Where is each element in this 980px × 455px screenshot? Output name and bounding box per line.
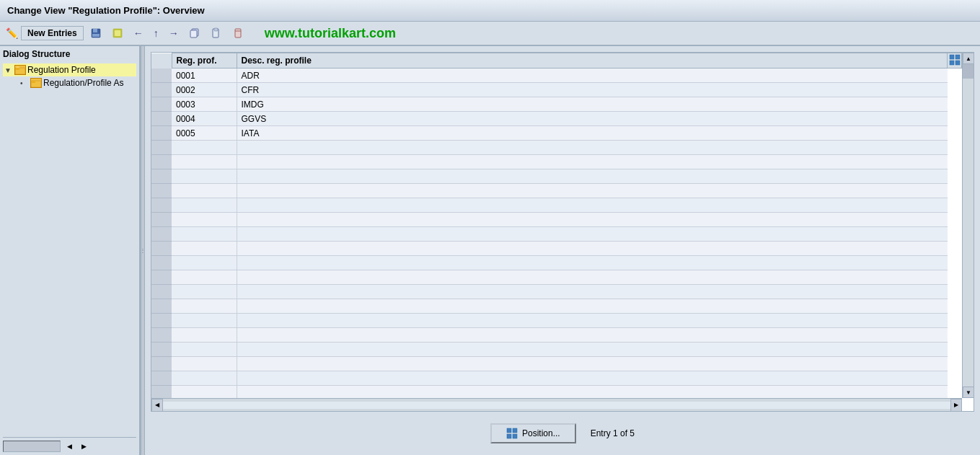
cell-desc[interactable] (237, 184, 948, 198)
table-row[interactable] (151, 242, 962, 256)
table-row[interactable] (151, 357, 962, 371)
row-selector[interactable] (151, 256, 172, 270)
cell-reg-prof[interactable] (172, 314, 237, 328)
cell-reg-prof[interactable] (172, 227, 237, 242)
table-row[interactable] (151, 299, 962, 314)
row-selector[interactable] (151, 386, 172, 399)
sidebar-item-regulation-profile-as[interactable]: • Regulation/Profile As (3, 76, 136, 89)
row-selector[interactable] (151, 213, 172, 227)
cell-desc[interactable] (237, 314, 948, 328)
table-row[interactable]: 0003IMDG (151, 97, 962, 112)
cell-reg-prof[interactable]: 0004 (172, 112, 237, 126)
table-row[interactable] (151, 184, 962, 198)
scroll-down-btn[interactable]: ▼ (963, 386, 974, 398)
scroll-thumb[interactable] (963, 64, 974, 79)
row-selector[interactable] (151, 69, 172, 83)
forward-button[interactable]: → (165, 25, 182, 41)
row-selector[interactable] (151, 97, 172, 112)
sidebar-left-btn[interactable]: ◀ (63, 441, 75, 452)
cell-reg-prof[interactable] (172, 169, 237, 184)
table-row[interactable] (151, 169, 962, 184)
cell-desc[interactable] (237, 285, 948, 299)
table-row[interactable] (151, 314, 962, 328)
delete-button[interactable] (229, 25, 247, 41)
row-selector[interactable] (151, 343, 172, 357)
cell-desc[interactable]: CFR (237, 83, 948, 97)
cell-reg-prof[interactable] (172, 242, 237, 256)
row-selector[interactable] (151, 141, 172, 155)
row-selector[interactable] (151, 126, 172, 141)
row-selector[interactable] (151, 371, 172, 386)
horizontal-scrollbar[interactable]: ◀ ▶ (151, 398, 962, 411)
col-header-reg-prof[interactable]: Reg. prof. (172, 53, 237, 69)
table-row[interactable] (151, 198, 962, 213)
hscroll-right-btn[interactable]: ▶ (950, 399, 962, 412)
cell-reg-prof[interactable] (172, 198, 237, 213)
row-selector[interactable] (151, 285, 172, 299)
cell-desc[interactable]: IMDG (237, 97, 948, 112)
table-row[interactable] (151, 285, 962, 299)
table-row[interactable] (151, 213, 962, 227)
cell-desc[interactable] (237, 343, 948, 357)
cell-desc[interactable] (237, 256, 948, 270)
cell-desc[interactable] (237, 169, 948, 184)
table-row[interactable]: 0002CFR (151, 83, 962, 97)
shortcut-button[interactable] (108, 25, 127, 41)
cell-reg-prof[interactable]: 0003 (172, 97, 237, 112)
row-selector[interactable] (151, 357, 172, 371)
table-row[interactable] (151, 227, 962, 242)
cell-reg-prof[interactable] (172, 213, 237, 227)
cell-desc[interactable] (237, 328, 948, 343)
table-row[interactable]: 0001ADR (151, 69, 962, 83)
hscroll-left-btn[interactable]: ◀ (151, 399, 163, 412)
table-row[interactable]: 0005IATA (151, 126, 962, 141)
row-selector[interactable] (151, 242, 172, 256)
row-selector[interactable] (151, 112, 172, 126)
position-button[interactable]: Position... (490, 423, 576, 443)
cell-reg-prof[interactable] (172, 285, 237, 299)
sidebar-item-regulation-profile[interactable]: ▼ Regulation Profile (3, 63, 136, 76)
cell-reg-prof[interactable] (172, 270, 237, 285)
cell-desc[interactable] (237, 141, 948, 155)
cell-desc[interactable] (237, 198, 948, 213)
row-selector[interactable] (151, 270, 172, 285)
cell-desc[interactable] (237, 386, 948, 399)
row-selector[interactable] (151, 184, 172, 198)
cell-reg-prof[interactable] (172, 256, 237, 270)
cell-reg-prof[interactable]: 0002 (172, 83, 237, 97)
cell-desc[interactable] (237, 357, 948, 371)
cell-reg-prof[interactable] (172, 141, 237, 155)
cell-reg-prof[interactable] (172, 299, 237, 314)
cell-desc[interactable]: GGVS (237, 112, 948, 126)
scroll-up-btn[interactable]: ▲ (963, 53, 974, 64)
row-selector[interactable] (151, 83, 172, 97)
cell-desc[interactable] (237, 213, 948, 227)
cell-reg-prof[interactable]: 0001 (172, 69, 237, 83)
cell-desc[interactable] (237, 299, 948, 314)
table-row[interactable]: 0004GGVS (151, 112, 962, 126)
paste-button[interactable] (207, 25, 226, 41)
up-button[interactable]: ↑ (150, 25, 162, 41)
row-selector[interactable] (151, 198, 172, 213)
cell-desc[interactable] (237, 270, 948, 285)
table-row[interactable] (151, 256, 962, 270)
cell-reg-prof[interactable] (172, 386, 237, 399)
cell-desc[interactable] (237, 155, 948, 169)
cell-reg-prof[interactable] (172, 184, 237, 198)
copy-button[interactable] (185, 25, 204, 41)
back-button[interactable]: ← (130, 25, 147, 41)
table-row[interactable] (151, 328, 962, 343)
row-selector[interactable] (151, 155, 172, 169)
cell-desc[interactable] (237, 227, 948, 242)
table-row[interactable] (151, 270, 962, 285)
row-selector[interactable] (151, 169, 172, 184)
cell-desc[interactable] (237, 371, 948, 386)
new-entries-button[interactable]: New Entries (21, 26, 84, 40)
row-selector[interactable] (151, 227, 172, 242)
table-row[interactable] (151, 386, 962, 399)
table-row[interactable] (151, 141, 962, 155)
sidebar-right-btn[interactable]: ▶ (78, 441, 89, 452)
tree-toggle-expand[interactable]: ▼ (4, 66, 13, 74)
row-selector[interactable] (151, 314, 172, 328)
table-row[interactable] (151, 371, 962, 386)
